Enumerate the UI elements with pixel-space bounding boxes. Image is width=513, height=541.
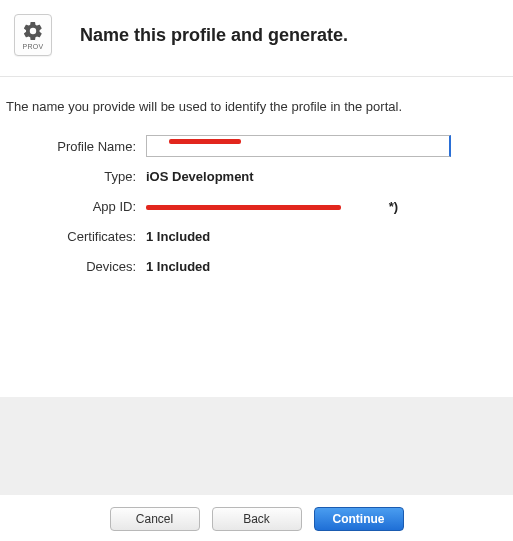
devices-label: Devices:: [6, 259, 146, 274]
app-id-label: App ID:: [6, 199, 146, 214]
form: Profile Name: Type: iOS Development App …: [0, 132, 513, 280]
continue-button[interactable]: Continue: [314, 507, 404, 531]
page-title: Name this profile and generate.: [80, 25, 348, 46]
row-devices: Devices: 1 Included: [6, 252, 501, 280]
prov-profile-icon: PROV: [14, 14, 52, 56]
footer-band: [0, 397, 513, 495]
back-button[interactable]: Back: [212, 507, 302, 531]
certificates-label: Certificates:: [6, 229, 146, 244]
devices-value: 1 Included: [146, 259, 210, 274]
cancel-button[interactable]: Cancel: [110, 507, 200, 531]
app-id-value: XXXXXXXXXXXXXXXXXXXXXXXXXXXX*): [146, 199, 366, 214]
type-label: Type:: [6, 169, 146, 184]
row-certificates: Certificates: 1 Included: [6, 222, 501, 250]
row-type: Type: iOS Development: [6, 162, 501, 190]
type-value: iOS Development: [146, 169, 254, 184]
profile-name-input[interactable]: [146, 135, 451, 157]
profile-name-label: Profile Name:: [6, 139, 146, 154]
certificates-value: 1 Included: [146, 229, 210, 244]
redaction-mark: [146, 205, 341, 210]
icon-caption: PROV: [22, 43, 43, 50]
description-text: The name you provide will be used to ide…: [0, 77, 513, 132]
gear-icon: [22, 20, 44, 42]
header: PROV Name this profile and generate.: [0, 0, 513, 76]
button-bar: Cancel Back Continue: [0, 495, 513, 541]
app-id-suffix: *): [389, 199, 398, 214]
row-profile-name: Profile Name:: [6, 132, 501, 160]
row-app-id: App ID: XXXXXXXXXXXXXXXXXXXXXXXXXXXX*): [6, 192, 501, 220]
footer: Cancel Back Continue: [0, 397, 513, 541]
